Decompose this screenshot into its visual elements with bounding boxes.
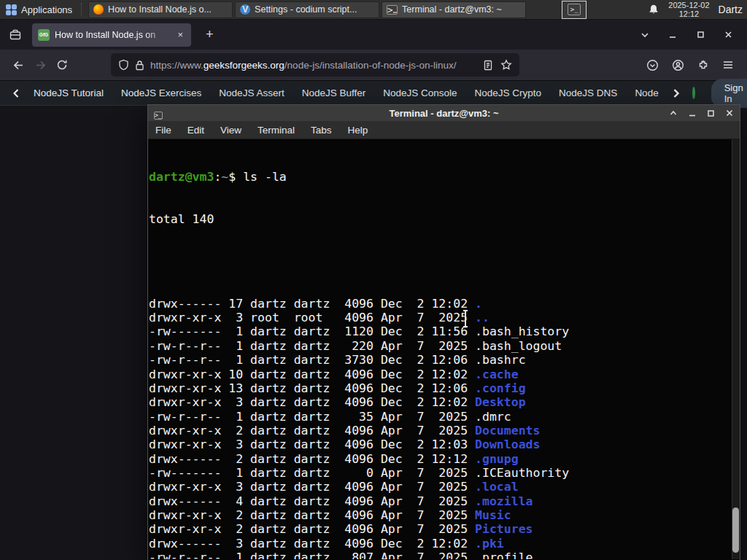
ls-row-filename: . [475,297,482,311]
terminal-scrollbar[interactable] [732,139,740,559]
bookmark-star-icon[interactable] [500,59,512,71]
sign-in-button[interactable]: Sign In [711,79,747,108]
ls-row-filename: .dmrc [475,410,511,424]
ls-row-meta: -rw-r--r-- 1 dartz dartz 3730 Dec 2 12:0… [149,353,475,367]
ls-row-filename: .bashrc [475,353,526,367]
vscodium-icon: V [240,4,250,15]
ls-row-filename: .. [475,311,489,324]
browser-tab[interactable]: GfG How to Install Node.js on × [32,23,191,47]
ls-row-filename: .local [475,480,519,494]
hamburger-menu-icon[interactable] [722,60,734,70]
minimize-icon [668,31,677,39]
pocket-icon[interactable] [646,59,659,71]
ls-row-meta: drwxr-xr-x 2 dartz dartz 4096 Apr 7 2025 [149,522,475,536]
tab-close-icon[interactable]: × [175,28,185,42]
terminal-menu-item[interactable]: Edit [187,125,204,136]
clock-date: 2025-12-02 [668,1,709,9]
taskbar-window-firefox[interactable]: How to Install Node.js o... [88,1,233,18]
terminal-ls-row: drwxr-xr-x 3 dartz dartz 4096 Apr 7 2025… [149,480,740,494]
nav-link[interactable]: NodeJS Exercises [121,88,201,98]
firefox-view-button[interactable] [4,25,26,45]
ls-row-meta: drwxr-xr-x 2 dartz dartz 4096 Apr 7 2025 [149,424,475,438]
forward-arrow-icon [34,59,47,71]
user-menu[interactable]: Dartz [719,4,744,15]
nav-link[interactable]: NodeJS Assert [219,88,284,98]
notifications-bell-icon[interactable] [648,4,659,15]
prompt-colon: : [214,170,221,184]
nav-link[interactable]: NodeJS Tutorial [34,88,104,98]
terminal-screen[interactable]: dartz@vm3:~$ ls -la total 140 drwx------… [148,139,740,559]
url-prefix: https://www. [150,60,204,71]
terminal-close-icon[interactable] [725,109,734,117]
forward-button[interactable] [29,54,51,76]
nav-link[interactable]: Node [635,88,658,98]
ls-row-meta: drwx------ 17 dartz dartz 4096 Dec 2 12:… [149,297,475,311]
back-arrow-icon [12,59,25,71]
taskbar-window-title: Terminal - dartz@vm3: ~ [402,4,502,15]
new-tab-button[interactable]: + [200,27,220,42]
prompt-cwd: ~ [221,170,228,184]
ls-row-filename: .cache [475,368,519,381]
nav-link[interactable]: NodeJS Console [383,88,457,98]
clock[interactable]: 2025-12-02 12:12 [668,1,709,18]
geeksforgeeks-subnav: NodeJS TutorialNodeJS ExercisesNodeJS As… [0,81,747,106]
ls-row-filename: .gnupg [475,452,519,466]
nav-scroll-left-button[interactable] [7,88,25,98]
terminal-scrollbar-thumb[interactable] [732,508,739,553]
back-button[interactable] [7,54,29,76]
list-all-tabs-button[interactable] [636,26,654,44]
terminal-minimize-icon[interactable] [688,109,697,117]
chevron-left-icon [12,88,20,98]
browser-minimize-button[interactable] [664,26,681,44]
ls-row-meta: drwx------ 3 dartz dartz 4096 Dec 2 12:0… [149,537,475,551]
url-bar[interactable]: https://www.geeksforgeeks.org/node-js/in… [111,53,519,77]
taskbar-separator [81,3,85,16]
nav-link[interactable]: NodeJS DNS [559,88,617,98]
terminal-title: Terminal - dartz@vm3: ~ [148,108,740,119]
nav-link[interactable]: NodeJS Buffer [302,88,366,98]
reload-icon [56,59,68,71]
terminal-ls-row: drwxr-xr-x 2 dartz dartz 4096 Apr 7 2025… [149,508,740,522]
geeksforgeeks-favicon-icon: GfG [38,29,50,41]
terminal-ls-row: drwx------ 2 dartz dartz 4096 Dec 2 12:1… [149,452,740,466]
firefox-icon [93,4,104,15]
ls-row-filename: .mozilla [475,494,533,508]
terminal-ls-row: -rw-r--r-- 1 dartz dartz 807 Apr 7 2025 … [149,551,740,559]
terminal-menu-item[interactable]: Tabs [311,125,332,136]
account-icon[interactable] [672,59,684,71]
terminal-menu-item[interactable]: Help [348,125,368,136]
ls-row-meta: drwxr-xr-x 3 root root 4096 Apr 7 2025 [149,311,475,324]
chevron-right-icon [672,88,681,98]
terminal-menu-item[interactable]: File [155,125,171,136]
taskbar-window-terminal[interactable]: >_ Terminal - dartz@vm3: ~ [382,1,526,18]
extensions-icon[interactable] [697,59,709,71]
search-icon[interactable] [692,87,695,99]
taskbar-window-codium[interactable]: V Settings - codium script... [235,1,379,18]
terminal-menu-item[interactable]: View [220,125,241,136]
ls-row-meta: drwxr-xr-x 3 dartz dartz 4096 Apr 7 2025 [149,480,475,494]
ls-row-meta: drwxr-xr-x 2 dartz dartz 4096 Apr 7 2025 [149,508,475,522]
ls-row-meta: -rw-r--r-- 1 dartz dartz 807 Apr 7 2025 [149,551,475,559]
reader-view-icon[interactable] [483,60,493,71]
lock-icon[interactable] [135,60,144,71]
ls-row-filename: .pki [475,537,504,551]
maximize-icon [697,31,705,39]
firefox-toolbar: https://www.geeksforgeeks.org/node-js/in… [0,50,747,81]
terminal-title-bar[interactable]: >_ Terminal - dartz@vm3: ~ [148,105,740,121]
ls-row-meta: -rw------- 1 dartz dartz 1120 Dec 2 11:5… [149,324,475,338]
terminal-ls-row: drwxr-xr-x 3 dartz dartz 4096 Dec 2 12:0… [149,395,740,409]
terminal-launcher-button[interactable]: >_ [562,1,587,19]
shade-window-icon[interactable] [669,109,678,117]
terminal-maximize-icon[interactable] [707,109,715,117]
nav-scroll-right-button[interactable] [667,88,685,98]
reload-button[interactable] [51,54,73,76]
browser-maximize-button[interactable] [692,26,709,44]
ls-row-filename: .bash_logout [475,339,562,353]
nav-link[interactable]: NodeJS Crypto [475,88,542,98]
terminal-ls-row: drwx------ 3 dartz dartz 4096 Dec 2 12:0… [149,537,740,551]
browser-close-button[interactable] [719,26,737,44]
terminal-menu-item[interactable]: Terminal [258,125,295,136]
firefox-view-icon [9,29,21,41]
shield-icon[interactable] [118,59,129,71]
applications-menu-button[interactable]: Applications [0,0,78,19]
